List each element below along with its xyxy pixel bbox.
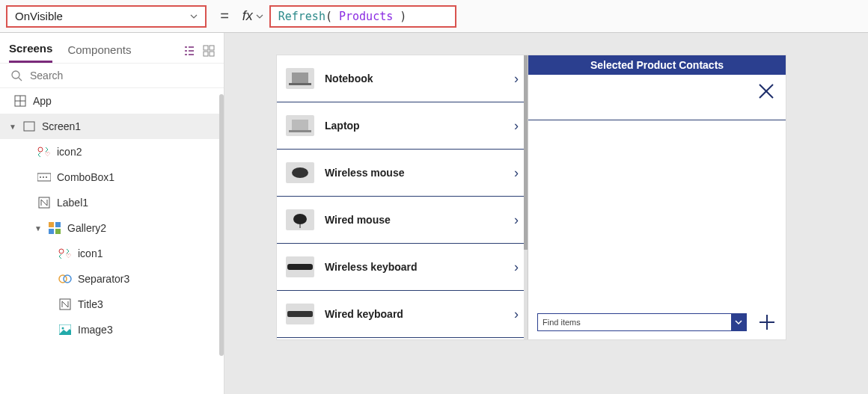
icon-group-icon: ♡ (37, 145, 51, 158)
svg-rect-9 (24, 122, 34, 131)
search-input[interactable] (30, 70, 213, 81)
search-row (0, 64, 224, 88)
app-icon (13, 94, 27, 108)
chevron-right-icon[interactable]: › (514, 118, 519, 134)
product-title: Wireless mouse (325, 167, 504, 179)
svg-rect-2 (204, 52, 208, 56)
svg-rect-18 (55, 222, 61, 227)
svg-point-21 (59, 249, 64, 253)
property-value: OnVisible (15, 10, 63, 22)
chevron-right-icon[interactable]: › (514, 71, 519, 87)
tree-label: Screen1 (42, 120, 81, 132)
chevron-down-icon[interactable] (731, 314, 746, 330)
svg-rect-0 (204, 46, 208, 50)
tree-item-image3[interactable]: Image3 (0, 317, 224, 342)
formula-input[interactable]: Refresh ( Products ) (269, 5, 456, 28)
app-preview: Notebook › Laptop › Wireless mouse › Wir… (277, 55, 786, 339)
product-image (286, 209, 314, 230)
combo-placeholder: Find items (542, 318, 581, 327)
tree-label: Image3 (78, 324, 113, 336)
gallery-item[interactable]: Wireless keyboard › (277, 244, 528, 291)
tab-components[interactable]: Components (67, 40, 131, 62)
equals-label: = (216, 7, 233, 25)
chevron-down-icon (256, 13, 263, 20)
tree: App ▼ Screen1 ♡ icon2 ComboBox1 (0, 88, 224, 394)
svg-rect-35 (287, 264, 313, 270)
svg-rect-29 (289, 83, 311, 85)
tree-item-label1[interactable]: Label1 (0, 190, 224, 215)
product-image (286, 256, 314, 277)
product-title: Wired mouse (325, 214, 504, 226)
list-view-icon[interactable] (183, 45, 195, 57)
tree-label: icon2 (57, 146, 82, 158)
canvas: Notebook › Laptop › Wireless mouse › Wir… (224, 33, 868, 394)
svg-rect-31 (289, 130, 311, 132)
chevron-down-icon (190, 13, 198, 20)
gallery-item[interactable]: Wireless mouse › (277, 150, 528, 197)
product-title: Wired keyboard (325, 308, 504, 320)
fx-area: fx Refresh ( Products ) (242, 5, 456, 28)
svg-rect-19 (49, 229, 54, 234)
token-argument: Products (339, 10, 393, 23)
svg-point-27 (62, 327, 64, 330)
tree-item-combobox1[interactable]: ComboBox1 (0, 164, 224, 190)
svg-point-33 (293, 214, 307, 224)
tree-item-icon1[interactable]: ♡ icon1 (0, 241, 224, 266)
add-button[interactable] (757, 313, 777, 332)
chevron-right-icon[interactable]: › (514, 259, 519, 275)
chevron-right-icon[interactable]: › (514, 307, 519, 322)
chevron-right-icon[interactable]: › (514, 165, 519, 181)
right-pane: Selected Product Contacts Find items (528, 55, 786, 339)
svg-rect-3 (210, 52, 214, 56)
svg-point-32 (292, 167, 308, 178)
scrollbar-thumb[interactable] (219, 94, 224, 356)
tree-label: App (33, 95, 52, 107)
gallery-item[interactable]: Notebook › (277, 55, 528, 102)
svg-point-15 (46, 176, 47, 178)
tree-label: Title3 (78, 298, 103, 310)
icon-group-icon: ♡ (58, 247, 72, 260)
caret-down-icon: ▼ (9, 123, 16, 131)
product-title: Laptop (325, 120, 504, 132)
grid-view-icon[interactable] (203, 45, 215, 57)
screen-icon (22, 120, 36, 133)
combo-row: Find items (537, 313, 777, 332)
gallery-item[interactable]: Laptop › (277, 102, 528, 150)
search-icon (10, 70, 22, 81)
gallery[interactable]: Notebook › Laptop › Wireless mouse › Wir… (277, 55, 528, 339)
caret-down-icon: ▼ (34, 224, 42, 233)
tab-screens[interactable]: Screens (9, 39, 52, 63)
tree-item-app[interactable]: App (0, 88, 224, 114)
combobox-icon (37, 170, 51, 184)
product-image (286, 304, 314, 324)
divider (528, 120, 786, 120)
svg-rect-28 (292, 73, 308, 83)
product-image (286, 115, 314, 136)
gallery-icon (48, 221, 61, 235)
tree-panel: Screens Components A (0, 33, 224, 394)
svg-line-5 (19, 78, 22, 81)
chevron-right-icon[interactable]: › (514, 212, 519, 228)
gallery-item[interactable]: Wired keyboard › (277, 291, 528, 338)
svg-rect-17 (49, 222, 54, 227)
tree-item-screen1[interactable]: ▼ Screen1 (0, 114, 224, 139)
property-dropdown[interactable]: OnVisible (6, 5, 207, 28)
product-image (286, 68, 314, 89)
tree-item-title3[interactable]: Title3 (0, 292, 224, 317)
token-paren-close: ) (400, 10, 406, 23)
token-function: Refresh (278, 10, 326, 23)
tree-item-separator3[interactable]: Separator3 (0, 266, 224, 292)
tree-item-gallery2[interactable]: ▼ Gallery2 (0, 215, 224, 241)
workspace: Screens Components A (0, 33, 868, 394)
gallery-item[interactable]: Wired mouse › (277, 197, 528, 244)
tree-item-icon2[interactable]: ♡ icon2 (0, 139, 224, 164)
svg-point-4 (12, 71, 19, 79)
label-icon (58, 298, 72, 311)
tree-label: ComboBox1 (57, 171, 114, 183)
svg-rect-1 (210, 46, 214, 50)
svg-point-24 (64, 275, 71, 283)
fx-label[interactable]: fx (242, 8, 263, 24)
product-image (286, 162, 314, 183)
close-icon[interactable] (757, 82, 775, 100)
find-items-combobox[interactable]: Find items (537, 313, 747, 331)
